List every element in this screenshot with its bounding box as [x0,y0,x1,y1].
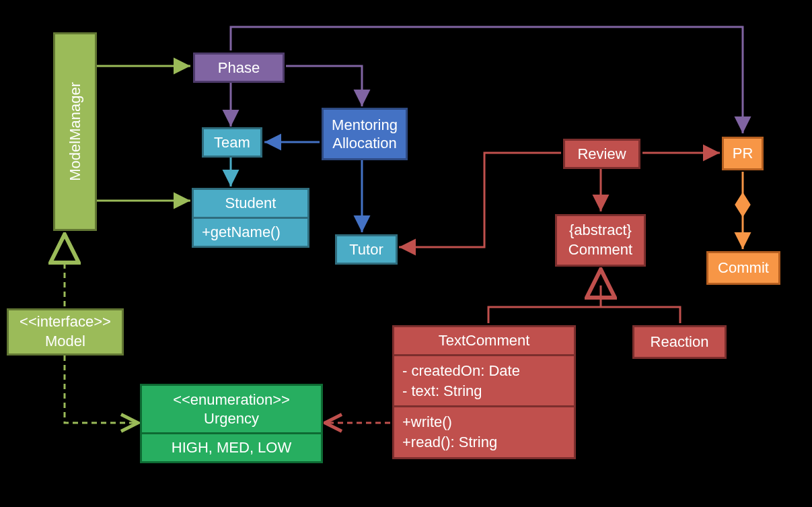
label-urgency-name: Urgency [150,409,313,428]
label-modelmanager: ModelManager [67,82,84,181]
node-review: Review [563,139,640,169]
label-student-method: +getName() [194,219,307,246]
label-team: Team [214,134,250,151]
node-modelmanager: ModelManager [53,32,97,231]
node-urgency: <<enumeration>> Urgency HIGH, MED, LOW [140,384,323,463]
label-pr: PR [733,145,753,162]
label-textcomment-methods: +write() +read(): String [394,407,574,457]
node-textcomment: TextComment - createdOn: Date - text: St… [392,325,576,459]
node-student: Student +getName() [192,188,309,248]
label-model: <<interface>> Model [20,312,111,351]
label-tutor: Tutor [349,241,383,259]
label-student-name: Student [194,190,307,217]
node-comment: {abstract} Comment [555,214,646,267]
label-reaction: Reaction [651,333,709,351]
label-mentoring: Mentoring Allocation [332,116,398,153]
label-textcomment-attrs: - createdOn: Date - text: String [394,356,574,405]
label-textcomment-name: TextComment [394,327,574,354]
node-mentoring: Mentoring Allocation [322,108,408,160]
label-comment: {abstract} Comment [568,221,632,259]
node-tutor: Tutor [335,234,398,265]
label-review: Review [577,145,626,163]
label-commit: Commit [718,259,769,277]
node-commit: Commit [706,251,780,285]
label-urgency-stereo: <<enumeration>> [150,391,313,409]
node-model: <<interface>> Model [7,308,124,356]
node-phase: Phase [193,53,285,83]
label-urgency-values: HIGH, MED, LOW [142,434,321,461]
node-reaction: Reaction [632,325,727,359]
node-pr: PR [722,137,764,170]
label-phase: Phase [218,59,260,77]
node-team: Team [202,127,262,158]
